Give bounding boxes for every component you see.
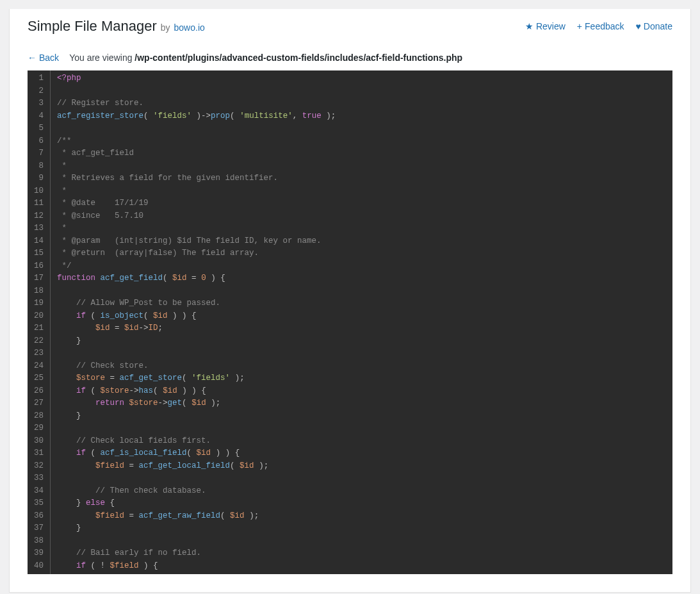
line-number: 7 <box>33 147 45 160</box>
line-number: 37 <box>33 522 45 535</box>
code-line: } else { <box>57 497 666 510</box>
code-line: $field = acf_get_local_field( $id ); <box>57 460 666 473</box>
header-left: Simple File Manager by bowo.io <box>28 18 205 35</box>
file-path: /wp-content/plugins/advanced-custom-fiel… <box>134 53 462 63</box>
code-line <box>57 347 666 360</box>
line-number: 26 <box>33 385 45 398</box>
line-number: 18 <box>33 285 45 298</box>
nav-bar: ← Back You are viewing /wp-content/plugi… <box>10 46 690 70</box>
line-number: 27 <box>33 397 45 410</box>
line-number: 3 <box>33 97 45 110</box>
code-line: } <box>57 335 666 348</box>
header-right: ★ Review + Feedback ♥ Donate <box>525 21 672 31</box>
viewing-text: You are viewing /wp-content/plugins/adva… <box>69 53 462 63</box>
code-line: * @since 5.7.10 <box>57 210 666 223</box>
line-number: 13 <box>33 222 45 235</box>
code-line <box>57 535 666 548</box>
review-link[interactable]: ★ Review <box>525 21 566 31</box>
line-number: 10 <box>33 185 45 198</box>
donate-label: Donate <box>644 21 672 31</box>
line-number: 34 <box>33 485 45 498</box>
line-number: 28 <box>33 410 45 423</box>
back-button[interactable]: ← Back <box>28 53 59 63</box>
line-number: 9 <box>33 172 45 185</box>
feedback-label: Feedback <box>585 21 624 31</box>
code-line: } <box>57 410 666 423</box>
line-number: 38 <box>33 535 45 548</box>
author-link[interactable]: bowo.io <box>174 22 205 33</box>
code-line: */ <box>57 260 666 273</box>
line-number: 16 <box>33 260 45 273</box>
code-line: // Check store. <box>57 360 666 373</box>
code-line <box>57 85 666 98</box>
page-container: Simple File Manager by bowo.io ★ Review … <box>9 9 691 593</box>
code-line: // Allow WP_Post to be passed. <box>57 297 666 310</box>
code-line: if ( acf_is_local_field( $id ) ) { <box>57 447 666 460</box>
code-line: /** <box>57 135 666 148</box>
line-number: 11 <box>33 197 45 210</box>
line-number: 8 <box>33 160 45 173</box>
arrow-left-icon: ← <box>28 53 37 63</box>
code-line: // Register store. <box>57 97 666 110</box>
code-line: // Then check database. <box>57 485 666 498</box>
line-number: 1 <box>33 72 45 85</box>
line-number: 21 <box>33 322 45 335</box>
code-line: * <box>57 222 666 235</box>
back-label: Back <box>39 53 59 63</box>
line-number: 35 <box>33 497 45 510</box>
code-line <box>57 122 666 135</box>
line-number: 33 <box>33 472 45 485</box>
code-line: * <box>57 160 666 173</box>
plus-icon: + <box>577 21 582 31</box>
code-line: $id = $id->ID; <box>57 322 666 335</box>
line-number: 2 <box>33 85 45 98</box>
code-line: function acf_get_field( $id = 0 ) { <box>57 272 666 285</box>
plugin-title: Simple File Manager <box>28 18 157 35</box>
line-number: 5 <box>33 122 45 135</box>
code-line: $field = acf_get_raw_field( $id ); <box>57 510 666 523</box>
line-number: 17 <box>33 272 45 285</box>
line-number: 19 <box>33 297 45 310</box>
line-number: 30 <box>33 435 45 448</box>
line-number: 6 <box>33 135 45 148</box>
line-number: 22 <box>33 335 45 348</box>
code-line: * @date 17/1/19 <box>57 197 666 210</box>
code-line: if ( is_object( $id ) ) { <box>57 310 666 323</box>
code-line: * <box>57 185 666 198</box>
line-number: 29 <box>33 422 45 435</box>
line-number: 23 <box>33 347 45 360</box>
code-line: if ( $store->has( $id ) ) { <box>57 385 666 398</box>
line-number: 32 <box>33 460 45 473</box>
viewing-label: You are viewing <box>69 53 132 63</box>
code-line: acf_register_store( 'fields' )->prop( 'm… <box>57 110 666 123</box>
line-number: 31 <box>33 447 45 460</box>
line-number-gutter: 1234567891011121314151617181920212223242… <box>28 70 51 574</box>
code-line: if ( ! $field ) { <box>57 560 666 573</box>
code-line: $store = acf_get_store( 'fields' ); <box>57 372 666 385</box>
line-number: 25 <box>33 372 45 385</box>
code-line: // Bail early if no field. <box>57 547 666 560</box>
code-viewer[interactable]: 1234567891011121314151617181920212223242… <box>28 70 672 574</box>
line-number: 40 <box>33 560 45 573</box>
star-icon: ★ <box>525 21 533 31</box>
code-line: <?php <box>57 72 666 85</box>
heart-icon: ♥ <box>636 21 641 31</box>
review-label: Review <box>536 21 566 31</box>
code-line: * @param (int|string) $id The field ID, … <box>57 235 666 248</box>
code-line: * @return (array|false) The field array. <box>57 247 666 260</box>
code-line: } <box>57 522 666 535</box>
code-line: return $store->get( $id ); <box>57 397 666 410</box>
code-content: <?php // Register store.acf_register_sto… <box>51 70 672 574</box>
code-line <box>57 472 666 485</box>
line-number: 39 <box>33 547 45 560</box>
line-number: 36 <box>33 510 45 523</box>
feedback-link[interactable]: + Feedback <box>577 21 624 31</box>
line-number: 24 <box>33 360 45 373</box>
code-line: * acf_get_field <box>57 147 666 160</box>
donate-link[interactable]: ♥ Donate <box>636 21 672 31</box>
code-line: * Retrieves a field for the given identi… <box>57 172 666 185</box>
code-line: // Check local fields first. <box>57 435 666 448</box>
code-line <box>57 422 666 435</box>
line-number: 12 <box>33 210 45 223</box>
code-line <box>57 285 666 298</box>
